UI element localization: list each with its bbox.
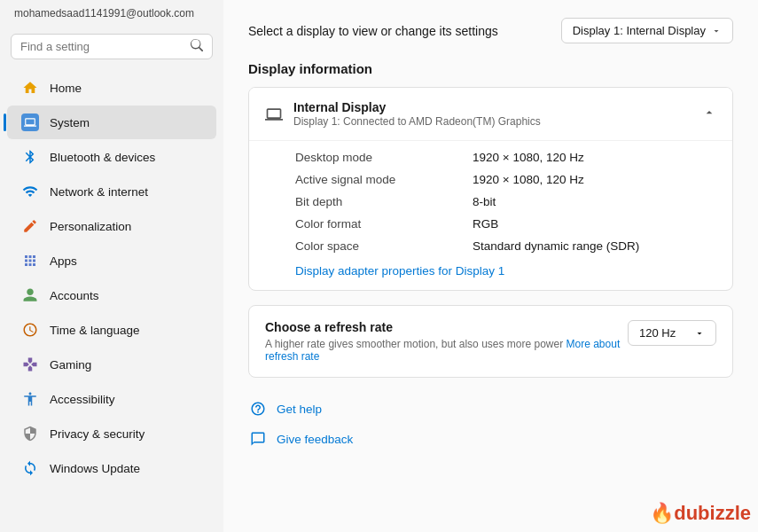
sidebar-item-bluetooth-label: Bluetooth & devices bbox=[50, 151, 155, 164]
system-icon bbox=[21, 113, 39, 131]
refresh-left: Choose a refresh rate A higher rate give… bbox=[265, 320, 628, 363]
get-help-icon bbox=[248, 399, 268, 419]
display-dropdown[interactable]: Display 1: Internal Display bbox=[561, 18, 733, 43]
sidebar-item-update[interactable]: Windows Update bbox=[7, 451, 216, 485]
chevron-down-icon-refresh bbox=[694, 328, 705, 339]
sidebar-item-personalization-label: Personalization bbox=[50, 220, 131, 233]
search-box[interactable] bbox=[11, 34, 213, 59]
sidebar-item-gaming[interactable]: Gaming bbox=[7, 348, 216, 381]
info-row-color-space: Color space Standard dynamic range (SDR) bbox=[295, 235, 716, 257]
sidebar-item-privacy-label: Privacy & security bbox=[50, 427, 145, 441]
section-title: Display information bbox=[248, 61, 733, 76]
privacy-icon bbox=[21, 425, 39, 442]
sidebar-item-apps-label: Apps bbox=[50, 254, 77, 268]
info-label-desktop-mode: Desktop mode bbox=[295, 151, 473, 164]
search-icon bbox=[191, 39, 203, 54]
sidebar-item-home[interactable]: Home bbox=[7, 71, 216, 105]
help-section: Get help Give feedback bbox=[248, 399, 733, 449]
info-value-color-space: Standard dynamic range (SDR) bbox=[473, 239, 639, 253]
apps-icon bbox=[21, 252, 39, 270]
adapter-link[interactable]: Display adapter properties for Display 1 bbox=[295, 264, 504, 278]
home-icon bbox=[21, 79, 39, 97]
display-selector-bar: Select a display to view or change its s… bbox=[248, 18, 733, 43]
display-selector-label: Select a display to view or change its s… bbox=[248, 24, 498, 38]
sidebar-item-update-label: Windows Update bbox=[50, 462, 140, 475]
bluetooth-icon bbox=[21, 148, 39, 166]
main-content: Select a display to view or change its s… bbox=[223, 0, 758, 532]
info-row-signal-mode: Active signal mode 1920 × 1080, 120 Hz bbox=[295, 168, 716, 191]
display-subtitle: Display 1: Connected to AMD Radeon(TM) G… bbox=[293, 115, 541, 128]
network-icon bbox=[21, 183, 39, 200]
sidebar-item-network[interactable]: Network & internet bbox=[7, 175, 216, 208]
sidebar-item-accessibility[interactable]: Accessibility bbox=[7, 382, 216, 416]
sidebar-item-accounts[interactable]: Accounts bbox=[7, 278, 216, 312]
refresh-desc: A higher rate gives smoother motion, but… bbox=[265, 338, 628, 363]
accessibility-icon bbox=[21, 390, 39, 408]
feedback-icon bbox=[248, 429, 268, 449]
sidebar-item-personalization[interactable]: Personalization bbox=[7, 209, 216, 243]
sidebar-item-network-label: Network & internet bbox=[50, 185, 148, 199]
sidebar-item-accessibility-label: Accessibility bbox=[50, 393, 115, 406]
info-value-desktop-mode: 1920 × 1080, 120 Hz bbox=[473, 151, 584, 164]
personalization-icon bbox=[21, 217, 39, 235]
give-feedback-link[interactable]: Give feedback bbox=[248, 429, 733, 449]
display-info-header-left: Internal Display Display 1: Connected to… bbox=[265, 100, 541, 128]
update-icon bbox=[21, 459, 39, 477]
info-label-bit-depth: Bit depth bbox=[295, 195, 473, 208]
info-label-signal-mode: Active signal mode bbox=[295, 173, 473, 186]
search-input[interactable] bbox=[20, 40, 184, 53]
give-feedback-label: Give feedback bbox=[277, 433, 353, 446]
info-label-color-space: Color space bbox=[295, 239, 473, 253]
sidebar-item-apps[interactable]: Apps bbox=[7, 244, 216, 278]
sidebar-item-home-label: Home bbox=[50, 82, 82, 95]
sidebar-item-bluetooth[interactable]: Bluetooth & devices bbox=[7, 140, 216, 174]
info-value-bit-depth: 8-bit bbox=[473, 195, 496, 208]
refresh-rate-dropdown[interactable]: 120 Hz bbox=[628, 320, 716, 346]
info-row-color-format: Color format RGB bbox=[295, 213, 716, 235]
info-label-color-format: Color format bbox=[295, 217, 473, 231]
user-email: mohamedsaad1141991@outlook.com bbox=[0, 0, 223, 30]
display-info-card: Internal Display Display 1: Connected to… bbox=[248, 87, 733, 291]
time-icon bbox=[21, 321, 39, 339]
info-row-bit-depth: Bit depth 8-bit bbox=[295, 191, 716, 213]
nav-list: Home System Bluetooth & devices bbox=[0, 68, 223, 532]
get-help-label: Get help bbox=[277, 403, 322, 416]
sidebar-item-system-label: System bbox=[50, 116, 90, 129]
get-help-link[interactable]: Get help bbox=[248, 399, 733, 419]
sidebar: mohamedsaad1141991@outlook.com Home bbox=[0, 0, 223, 532]
display-dropdown-value: Display 1: Internal Display bbox=[573, 24, 706, 37]
display-info-rows: Desktop mode 1920 × 1080, 120 Hz Active … bbox=[249, 140, 732, 290]
sidebar-item-privacy[interactable]: Privacy & security bbox=[7, 417, 216, 450]
chevron-down-icon bbox=[711, 26, 722, 36]
display-info-title-block: Internal Display Display 1: Connected to… bbox=[293, 100, 541, 128]
sidebar-item-system[interactable]: System bbox=[7, 106, 216, 139]
info-row-desktop-mode: Desktop mode 1920 × 1080, 120 Hz bbox=[295, 146, 716, 168]
sidebar-item-gaming-label: Gaming bbox=[50, 358, 91, 372]
info-value-signal-mode: 1920 × 1080, 120 Hz bbox=[473, 173, 584, 186]
collapse-icon[interactable] bbox=[702, 106, 716, 122]
display-name: Internal Display bbox=[293, 100, 541, 114]
accounts-icon bbox=[21, 286, 39, 304]
refresh-rate-card: Choose a refresh rate A higher rate give… bbox=[248, 305, 733, 378]
refresh-title: Choose a refresh rate bbox=[265, 320, 628, 334]
gaming-icon bbox=[21, 356, 39, 373]
display-info-header: Internal Display Display 1: Connected to… bbox=[249, 88, 732, 140]
sidebar-item-time[interactable]: Time & language bbox=[7, 313, 216, 347]
refresh-rate-value: 120 Hz bbox=[639, 326, 676, 340]
sidebar-item-time-label: Time & language bbox=[50, 324, 140, 337]
monitor-icon bbox=[265, 106, 283, 123]
info-value-color-format: RGB bbox=[473, 217, 498, 231]
sidebar-item-accounts-label: Accounts bbox=[50, 289, 99, 302]
